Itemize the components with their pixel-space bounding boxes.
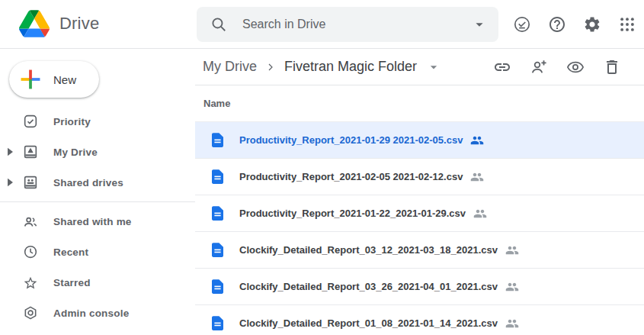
file-row[interactable]: Productivity_Report_2021-02-05 2021-02-1… <box>195 159 644 195</box>
sidebar-item-label: Starred <box>53 277 91 288</box>
shared-people-icon <box>470 170 484 184</box>
folder-toolbar: My Drive Fivetran Magic Folder <box>195 49 644 85</box>
file-row[interactable]: Clockify_Detailed_Report_01_08_2021-01_1… <box>195 305 644 335</box>
file-name: Productivity_Report_2021-01-22_2021-01-2… <box>239 208 466 219</box>
file-name: Productivity_Report_2021-02-05 2021-02-1… <box>239 171 463 182</box>
drive-logo-icon <box>19 10 50 37</box>
app-title: Drive <box>59 14 99 34</box>
shared-people-icon <box>473 207 487 221</box>
priority-icon <box>23 114 38 129</box>
settings-icon[interactable] <box>583 15 601 34</box>
sidebar-item-label: Admin console <box>53 308 129 319</box>
csv-file-icon <box>212 279 223 294</box>
sidebar-divider <box>0 201 195 202</box>
file-list: Productivity_Report_2021-01-29 2021-02-0… <box>195 122 644 335</box>
sidebar-item-shared-drives[interactable]: Shared drives <box>0 167 195 198</box>
file-row[interactable]: Clockify_Detailed_Report_03_26_2021-04_0… <box>195 269 644 305</box>
sidebar-item-label: Recent <box>53 246 88 258</box>
preview-icon[interactable] <box>566 58 585 76</box>
sidebar: New Priority My Drive Shared drives Shar… <box>0 49 195 335</box>
column-header-name[interactable]: Name <box>195 85 644 122</box>
expand-arrow-icon[interactable] <box>7 147 17 156</box>
expand-arrow-icon[interactable] <box>7 178 17 187</box>
offline-status-icon[interactable] <box>513 15 531 34</box>
new-button[interactable]: New <box>9 61 99 98</box>
my-drive-icon <box>23 144 38 159</box>
sidebar-item-label: Shared with me <box>53 216 132 227</box>
sidebar-item-recent[interactable]: Recent <box>0 237 195 267</box>
csv-file-icon <box>212 206 223 221</box>
topbar-icons <box>513 0 636 49</box>
sidebar-item-label: Priority <box>53 116 91 127</box>
search-icon[interactable] <box>210 16 227 33</box>
shared-people-icon <box>505 317 519 330</box>
share-icon[interactable] <box>530 58 548 76</box>
csv-file-icon <box>212 243 223 257</box>
shared-drives-icon <box>23 175 38 190</box>
new-button-label: New <box>53 73 76 86</box>
starred-icon <box>23 275 38 290</box>
google-drive-app: Drive Search in Drive New <box>0 0 644 335</box>
search-bar[interactable]: Search in Drive <box>197 7 498 42</box>
plus-multicolor-icon <box>20 69 41 90</box>
sidebar-item-label: My Drive <box>53 147 98 158</box>
sidebar-item-shared-with-me[interactable]: Shared with me <box>0 206 195 237</box>
chevron-right-icon <box>264 61 277 73</box>
recent-icon <box>23 244 38 259</box>
file-name: Clockify_Detailed_Report_03_12_2021-03_1… <box>239 244 498 256</box>
drive-home-link[interactable]: Drive <box>19 10 99 37</box>
csv-file-icon <box>212 133 223 147</box>
help-icon[interactable] <box>548 15 566 34</box>
sidebar-nav: Priority My Drive Shared drives Shared w… <box>0 106 195 328</box>
file-name: Productivity_Report_2021-01-29 2021-02-0… <box>239 134 463 146</box>
sidebar-item-my-drive[interactable]: My Drive <box>0 137 195 167</box>
folder-actions <box>493 58 621 76</box>
folder-dropdown-icon[interactable] <box>426 60 441 75</box>
search-input[interactable]: Search in Drive <box>242 18 325 31</box>
topbar: Drive Search in Drive <box>0 0 644 49</box>
apps-grid-icon[interactable] <box>618 15 636 34</box>
shared-with-me-icon <box>23 214 38 229</box>
breadcrumb-current-folder[interactable]: Fivetran Magic Folder <box>284 59 417 75</box>
breadcrumb: My Drive Fivetran Magic Folder <box>203 59 441 75</box>
csv-file-icon <box>212 169 223 184</box>
file-row[interactable]: Productivity_Report_2021-01-29 2021-02-0… <box>195 122 644 159</box>
file-row[interactable]: Productivity_Report_2021-01-22_2021-01-2… <box>195 195 644 232</box>
file-name: Clockify_Detailed_Report_03_26_2021-04_0… <box>239 281 498 292</box>
shared-people-icon <box>470 134 484 147</box>
csv-file-icon <box>212 316 223 330</box>
search-options-dropdown-icon[interactable] <box>471 16 488 33</box>
sidebar-item-label: Shared drives <box>53 177 123 188</box>
file-name: Clockify_Detailed_Report_01_08_2021-01_1… <box>239 317 498 329</box>
shared-people-icon <box>505 280 519 294</box>
admin-console-icon <box>23 305 38 321</box>
sidebar-item-starred[interactable]: Starred <box>0 267 195 298</box>
file-row[interactable]: Clockify_Detailed_Report_03_12_2021-03_1… <box>195 232 644 269</box>
sidebar-item-admin-console[interactable]: Admin console <box>0 298 195 328</box>
breadcrumb-parent[interactable]: My Drive <box>203 59 257 75</box>
delete-icon[interactable] <box>603 58 621 76</box>
sidebar-item-priority[interactable]: Priority <box>0 106 195 137</box>
file-browser: My Drive Fivetran Magic Folder Name Prod… <box>195 49 644 335</box>
shared-people-icon <box>505 243 519 257</box>
get-link-icon[interactable] <box>493 58 511 76</box>
